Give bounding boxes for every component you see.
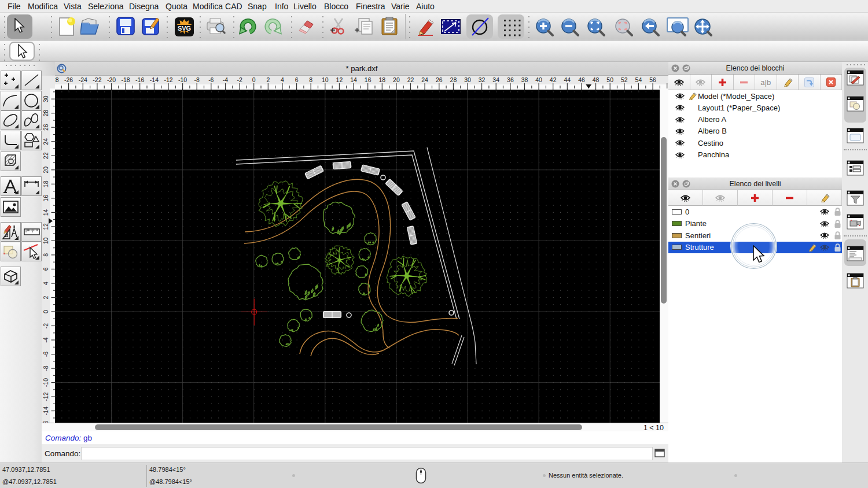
- svg-text:-10: -10: [42, 378, 49, 387]
- svg-text:-14: -14: [42, 406, 49, 415]
- svg-text:24: 24: [421, 76, 428, 83]
- svg-text:-12: -12: [42, 392, 49, 401]
- svg-text:8: 8: [42, 253, 49, 257]
- svg-text:44: 44: [564, 76, 571, 83]
- svg-text:50: 50: [606, 76, 613, 83]
- svg-text:18: 18: [378, 76, 385, 83]
- svg-text:-28: -28: [55, 76, 59, 83]
- svg-text:28: 28: [450, 76, 457, 83]
- svg-text:-18: -18: [122, 76, 130, 83]
- svg-text:36: 36: [507, 76, 514, 83]
- svg-text:12: 12: [42, 223, 49, 230]
- svg-text:-24: -24: [79, 76, 87, 83]
- svg-text:-4: -4: [223, 76, 228, 83]
- svg-text:-2: -2: [42, 323, 49, 328]
- svg-text:48: 48: [593, 76, 599, 83]
- svg-text:-22: -22: [93, 76, 101, 83]
- svg-text:40: 40: [535, 76, 542, 83]
- svg-text:0: 0: [42, 310, 49, 313]
- svg-text:12: 12: [336, 76, 343, 83]
- svg-text:18: 18: [42, 180, 49, 187]
- svg-text:30: 30: [42, 95, 49, 102]
- svg-text:2: 2: [266, 76, 270, 83]
- svg-text:20: 20: [393, 76, 400, 83]
- svg-text:-8: -8: [194, 76, 200, 83]
- svg-text:24: 24: [42, 138, 49, 145]
- svg-text:14: 14: [42, 209, 49, 216]
- svg-text:4: 4: [281, 76, 284, 83]
- svg-text:34: 34: [492, 76, 499, 83]
- svg-text:6: 6: [42, 267, 49, 271]
- svg-text:52: 52: [621, 76, 628, 83]
- svg-text:-6: -6: [42, 352, 49, 357]
- svg-text:28: 28: [42, 110, 49, 117]
- svg-text:-8: -8: [42, 365, 49, 371]
- svg-text:42: 42: [550, 76, 557, 83]
- svg-text:56: 56: [649, 76, 656, 83]
- svg-text:-26: -26: [64, 76, 73, 83]
- svg-text:22: 22: [42, 152, 49, 159]
- svg-text:26: 26: [436, 76, 443, 83]
- svg-text:4: 4: [42, 282, 49, 285]
- svg-text:14: 14: [350, 76, 357, 83]
- svg-text:0: 0: [252, 76, 256, 83]
- svg-text:2: 2: [42, 295, 49, 299]
- svg-text:-16: -16: [135, 76, 144, 83]
- svg-text:30: 30: [464, 76, 471, 83]
- svg-text:8: 8: [309, 76, 312, 83]
- svg-text:38: 38: [521, 76, 528, 83]
- svg-text:10: 10: [42, 237, 49, 244]
- svg-text:6: 6: [295, 76, 299, 83]
- svg-text:46: 46: [578, 76, 585, 83]
- svg-text:-12: -12: [164, 76, 172, 83]
- svg-text:26: 26: [42, 124, 49, 131]
- svg-text:-2: -2: [237, 76, 242, 83]
- svg-text:-6: -6: [208, 76, 214, 83]
- svg-text:32: 32: [479, 76, 486, 83]
- svg-text:22: 22: [407, 76, 414, 83]
- svg-text:54: 54: [635, 76, 642, 83]
- svg-text:10: 10: [322, 76, 329, 83]
- svg-text:-10: -10: [178, 76, 187, 83]
- svg-text:SVG: SVG: [178, 25, 191, 32]
- svg-text:16: 16: [365, 76, 372, 83]
- svg-text:20: 20: [42, 167, 49, 173]
- svg-text:-20: -20: [107, 76, 116, 83]
- svg-text:-14: -14: [150, 76, 159, 83]
- svg-text:-4: -4: [42, 337, 49, 342]
- svg-text:16: 16: [42, 195, 49, 202]
